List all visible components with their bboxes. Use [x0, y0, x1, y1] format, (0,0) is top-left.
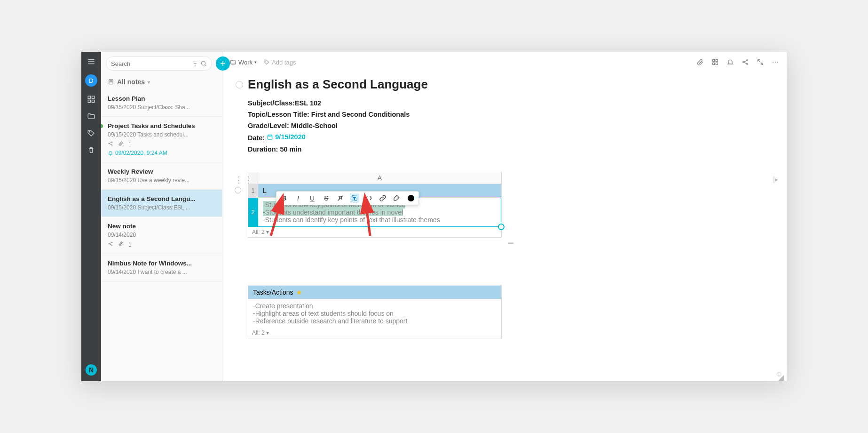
- emoji-icon[interactable]: ☺: [775, 370, 783, 378]
- table-block-1: ⋮⋮ |▸ A 1L 2 -Students know key points o…: [248, 172, 773, 247]
- svg-point-31: [743, 62, 744, 63]
- all-notes-dropdown[interactable]: All notes ▾: [101, 73, 222, 89]
- grid-icon[interactable]: [87, 95, 95, 104]
- row-count[interactable]: All: 2 ▾: [248, 328, 501, 338]
- svg-line-19: [110, 143, 111, 144]
- svg-line-20: [110, 144, 111, 145]
- breadcrumb[interactable]: Work ▾: [230, 59, 257, 66]
- link-button[interactable]: [378, 193, 387, 203]
- trash-icon[interactable]: [87, 146, 95, 154]
- svg-line-24: [110, 243, 111, 244]
- left-rail: D N: [81, 52, 101, 381]
- share-icon[interactable]: [742, 58, 749, 66]
- column-add-handle[interactable]: |▸: [773, 176, 778, 183]
- attach-count: 1: [128, 241, 132, 248]
- strike-button[interactable]: S: [322, 193, 331, 203]
- doc-meta: Subject/Class:ESL 102 Topic/Lesson Title…: [248, 99, 773, 153]
- attach-count: 1: [128, 141, 132, 148]
- note-item[interactable]: New note 09/14/2020 1: [101, 217, 222, 254]
- editor-body[interactable]: English as a Second Language Subject/Cla…: [222, 72, 787, 381]
- folder-icon[interactable]: [87, 112, 95, 120]
- svg-rect-4: [92, 96, 95, 98]
- svg-point-21: [109, 243, 110, 244]
- svg-point-18: [111, 144, 112, 145]
- italic-button[interactable]: I: [293, 193, 303, 203]
- apps-icon[interactable]: [711, 58, 719, 66]
- notes-list[interactable]: Lesson Plan 09/15/2020 Subject/Class: Sh…: [101, 89, 222, 381]
- share-icon: [108, 241, 113, 248]
- note-subtitle: 09/15/2020 Use a weekly revie...: [108, 177, 215, 184]
- calendar-icon: [267, 134, 273, 140]
- table-block-2: Tasks/Actions ★ -Create presentation -Hi…: [248, 285, 773, 338]
- note-title: English as a Second Langu...: [108, 195, 215, 202]
- note-item[interactable]: Project Tasks and Schedules 09/15/2020 T…: [101, 117, 222, 162]
- svg-line-25: [110, 244, 111, 245]
- svg-point-23: [111, 245, 112, 246]
- note-subtitle: 09/14/2020 I want to create a ...: [108, 269, 215, 275]
- note-item[interactable]: Weekly Review 09/15/2020 Use a weekly re…: [101, 162, 222, 190]
- svg-line-35: [744, 63, 746, 64]
- svg-point-17: [111, 142, 112, 143]
- format-toolbar: B I U S T: [276, 191, 419, 205]
- table-cell[interactable]: -Create presentation -Highlight areas of…: [248, 299, 501, 328]
- note-title: Project Tasks and Schedules: [108, 122, 215, 129]
- color-dot[interactable]: [406, 193, 416, 203]
- svg-point-37: [775, 62, 776, 63]
- code-button[interactable]: [364, 193, 373, 203]
- svg-text:T: T: [353, 196, 355, 200]
- avatar[interactable]: D: [85, 74, 97, 87]
- svg-line-12: [205, 64, 206, 66]
- note-item[interactable]: Nimbus Note for Windows... 09/14/2020 I …: [101, 254, 222, 281]
- highlight-button[interactable]: [392, 193, 402, 203]
- row-add-handle[interactable]: ═: [248, 239, 773, 247]
- attach-icon: [118, 241, 124, 248]
- note-title: New note: [108, 223, 215, 230]
- hamburger-icon[interactable]: [87, 57, 95, 66]
- bold-button[interactable]: B: [279, 193, 289, 203]
- underline-button[interactable]: U: [308, 193, 317, 203]
- more-icon[interactable]: [772, 58, 779, 66]
- attach-icon[interactable]: [696, 58, 704, 66]
- todo-circle[interactable]: [236, 81, 243, 88]
- svg-point-16: [109, 143, 110, 144]
- svg-point-33: [747, 64, 748, 65]
- selection-handle[interactable]: [498, 224, 505, 230]
- clear-format-button[interactable]: [336, 193, 345, 203]
- svg-line-34: [744, 61, 746, 62]
- note-subtitle: 09/15/2020 Tasks and schedul...: [108, 131, 215, 138]
- svg-rect-39: [268, 135, 272, 139]
- tag-icon[interactable]: [87, 129, 95, 137]
- tag-icon: [263, 59, 270, 65]
- date-link[interactable]: 9/15/2020: [267, 133, 306, 141]
- block-handle[interactable]: ⋮⋮: [235, 175, 253, 193]
- share-icon: [108, 141, 113, 148]
- status-dot: [101, 124, 103, 128]
- note-item[interactable]: Lesson Plan 09/15/2020 Subject/Class: Sh…: [101, 89, 222, 117]
- notes-panel: + All notes ▾ Lesson Plan 09/15/2020 Sub…: [101, 52, 222, 381]
- search-input[interactable]: [106, 56, 212, 71]
- textcolor-button[interactable]: T: [350, 193, 359, 203]
- expand-icon[interactable]: [757, 58, 764, 66]
- search-icon[interactable]: [200, 60, 207, 67]
- col-header[interactable]: A: [258, 172, 501, 184]
- bell-icon[interactable]: [726, 58, 734, 66]
- folder-icon: [230, 59, 237, 65]
- app-window: D N + All notes ▾ Lesson Plan 09/15/2020…: [81, 52, 787, 381]
- row-count[interactable]: All: 2 ▾: [248, 227, 501, 237]
- svg-point-26: [265, 61, 266, 61]
- svg-rect-30: [716, 63, 718, 64]
- filter-icon[interactable]: [192, 60, 198, 67]
- table-cell[interactable]: Tasks/Actions ★: [248, 286, 501, 299]
- search-field[interactable]: [111, 60, 190, 67]
- page-title[interactable]: English as a Second Language: [248, 77, 428, 92]
- svg-point-32: [747, 60, 748, 61]
- add-tags[interactable]: Add tags: [263, 59, 296, 66]
- note-item[interactable]: English as a Second Langu... 09/15/2020 …: [101, 190, 222, 217]
- svg-rect-27: [713, 60, 715, 62]
- svg-rect-5: [88, 100, 90, 103]
- app-logo[interactable]: N: [86, 364, 97, 376]
- note-subtitle: 09/15/2020 Subject/Class:ESL ...: [108, 204, 215, 211]
- all-notes-label: All notes: [117, 78, 145, 86]
- row-num[interactable]: 2: [248, 198, 258, 227]
- editor-topbar: Work ▾ Add tags: [222, 52, 787, 72]
